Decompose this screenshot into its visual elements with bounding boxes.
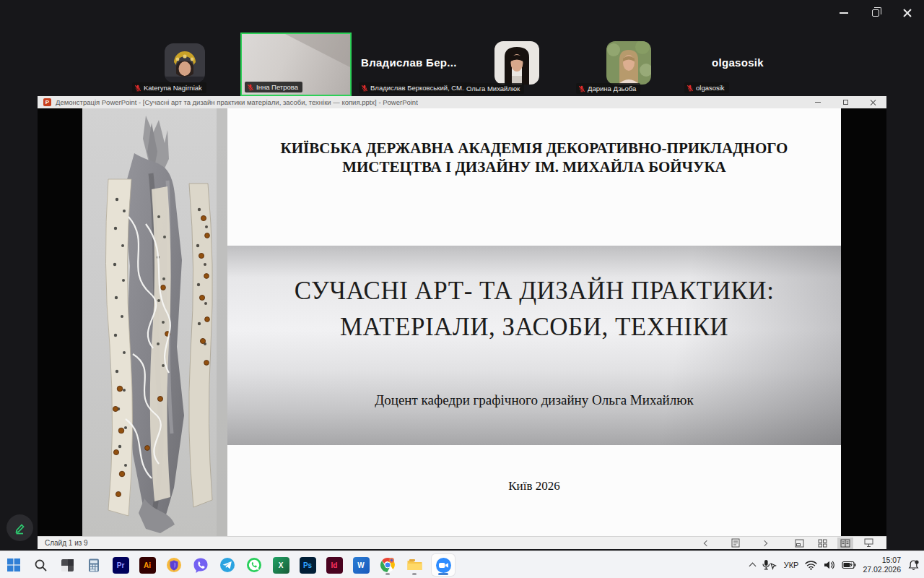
start-button[interactable] (4, 554, 23, 576)
file-explorer-button[interactable] (405, 554, 424, 576)
title-band: СУЧАСНІ АРТ- ТА ДИЗАЙН ПРАКТИКИ: МАТЕРІА… (227, 246, 841, 445)
pencil-icon (13, 521, 27, 535)
view-switcher (791, 538, 876, 549)
viber-button[interactable] (191, 554, 210, 576)
slide-menu-button[interactable] (728, 538, 744, 549)
mic-muted-icon (687, 85, 694, 92)
ppt-minimize-button[interactable] (804, 96, 832, 108)
participant-tile[interactable]: olgasosik olgasosik (684, 33, 785, 96)
language-indicator[interactable]: УКР (784, 561, 799, 569)
indesign-button[interactable]: Id (325, 554, 344, 576)
slide-navigation (699, 538, 772, 549)
slide-1: КИЇВСЬКА ДЕРЖАВНА АКАДЕМІЯ ДЕКОРАТИВНО-П… (82, 108, 841, 536)
participant-tile[interactable]: Владислав Бер... Владислав Берковський, … (359, 33, 463, 96)
slideshow-area: КИЇВСЬКА ДЕРЖАВНА АКАДЕМІЯ ДЕКОРАТИВНО-П… (38, 108, 886, 536)
minimize-button[interactable] (833, 6, 855, 20)
restore-icon (843, 100, 848, 105)
ppt-restore-button[interactable] (832, 96, 859, 108)
reading-view-button[interactable] (837, 538, 853, 549)
clock[interactable]: 15:07 27.02.2026 (863, 556, 901, 574)
powerpoint-title-bar[interactable]: P Демонстрація PowerPoint - [Сучасні арт… (38, 96, 886, 108)
zoom-icon (435, 557, 452, 574)
notification-bell-icon[interactable] (907, 559, 920, 571)
excel-button[interactable]: X (271, 554, 290, 576)
telegram-icon (219, 557, 235, 573)
file-box-app-button[interactable] (58, 554, 77, 576)
mic-muted-icon (361, 85, 368, 92)
annotate-button[interactable] (6, 514, 33, 541)
tray-expand-icon[interactable] (749, 563, 756, 570)
excel-icon: X (273, 557, 289, 574)
artwork-image (82, 108, 227, 536)
participant-name: Інна Петрова (256, 83, 298, 91)
premiere-icon: Pr (113, 557, 129, 574)
participant-name-pill: Ольга Михайлюк (464, 83, 524, 94)
photoshop-button[interactable]: Ps (298, 554, 317, 576)
indesign-icon: Id (326, 557, 343, 574)
illustrator-button[interactable]: Ai (138, 554, 157, 576)
shared-powerpoint-window: P Демонстрація PowerPoint - [Сучасні арт… (38, 96, 886, 549)
security-app-button[interactable] (165, 554, 183, 576)
previous-slide-button[interactable] (699, 538, 715, 549)
close-icon (903, 9, 912, 17)
telegram-button[interactable] (218, 554, 237, 576)
ppt-close-button[interactable] (859, 96, 886, 108)
participant-name-pill: Владислав Берковський, СМ... (359, 82, 472, 93)
tray-time: 15:07 (863, 556, 901, 565)
dark-box-icon (60, 558, 75, 573)
chrome-icon (380, 557, 396, 573)
restore-button[interactable] (865, 6, 886, 20)
calculator-button[interactable] (84, 554, 103, 576)
battery-icon[interactable] (842, 561, 856, 569)
microphone-tray-icon[interactable] (762, 559, 777, 571)
video-feed (285, 34, 350, 67)
participant-display-name: olgasosik (712, 56, 764, 69)
photoshop-icon: Ps (300, 557, 316, 574)
search-icon (34, 558, 48, 572)
illustrator-icon: Ai (139, 557, 156, 574)
viber-icon (193, 557, 209, 573)
folder-icon (406, 558, 423, 572)
slide-institution-text: КИЇВСЬКА ДЕРЖАВНА АКАДЕМІЯ ДЕКОРАТИВНО-П… (227, 139, 841, 177)
slide-subtitle: Доцент кафедри графічного дизайну Ольга … (227, 392, 841, 408)
mic-muted-icon (578, 85, 585, 92)
search-button[interactable] (31, 554, 50, 576)
next-slide-button[interactable] (757, 538, 772, 549)
participant-tile-active-speaker[interactable]: Інна Петрова (240, 33, 352, 96)
premiere-button[interactable]: Pr (111, 554, 130, 576)
slide-sorter-view-button[interactable] (814, 538, 830, 549)
slideshow-view-button[interactable] (860, 538, 876, 549)
volume-icon[interactable] (824, 560, 835, 570)
powerpoint-status-bar: Слайд 1 из 9 (38, 536, 886, 549)
avatar (165, 43, 205, 82)
tray-date: 27.02.2026 (863, 565, 901, 574)
chrome-button[interactable] (378, 554, 397, 576)
close-button[interactable] (897, 6, 918, 20)
mic-muted-icon (134, 85, 141, 92)
normal-view-button[interactable] (791, 538, 807, 549)
mic-muted-icon (247, 84, 254, 91)
powerpoint-title-text: Демонстрація PowerPoint - [Сучасні арт т… (56, 98, 418, 106)
slide-footer: Київ 2026 (227, 479, 841, 493)
participant-tile[interactable]: Ольга Михайлюк (464, 40, 551, 96)
avatar (494, 41, 539, 85)
zoom-meeting-window: Kateryna Nagirniak Інна Петрова Владисла… (0, 0, 924, 578)
restore-icon (872, 9, 879, 17)
powerpoint-icon: P (43, 98, 51, 106)
slide-title: СУЧАСНІ АРТ- ТА ДИЗАЙН ПРАКТИКИ: МАТЕРІА… (227, 273, 841, 345)
taskbar-apps: Pr Ai (4, 551, 455, 578)
participant-display-name: Владислав Бер... (361, 56, 457, 69)
wifi-icon[interactable] (805, 560, 817, 570)
participant-tile[interactable]: Дарина Дзьоба (576, 40, 663, 96)
window-controls (833, 6, 918, 20)
shield-icon (166, 557, 182, 573)
whatsapp-button[interactable] (245, 554, 263, 576)
zoom-app-button[interactable] (432, 554, 455, 576)
word-button[interactable]: W (352, 554, 370, 576)
participant-tile[interactable]: Kateryna Nagirniak (132, 42, 226, 96)
whatsapp-icon (246, 557, 262, 573)
windows-logo-icon (6, 558, 21, 572)
windows-taskbar: Pr Ai (0, 551, 924, 578)
participant-name-pill: Дарина Дзьоба (576, 83, 640, 94)
participant-name-pill: Інна Петрова (245, 82, 302, 92)
